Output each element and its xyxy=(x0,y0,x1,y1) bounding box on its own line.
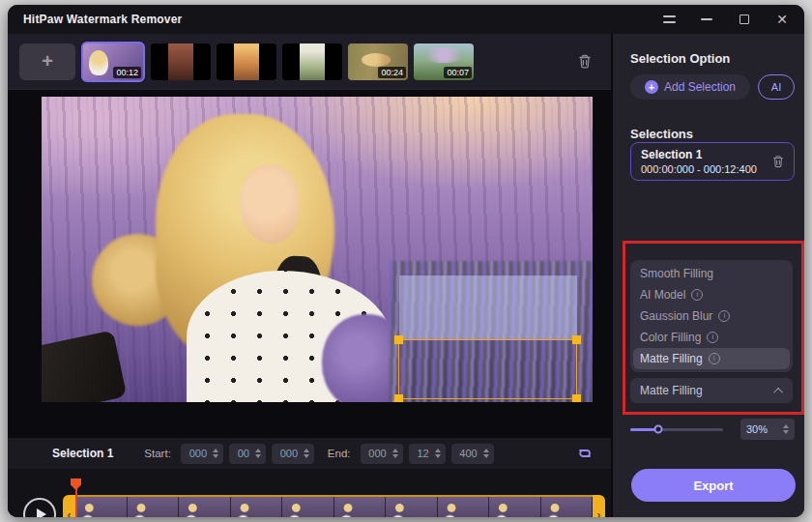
delete-video-button[interactable] xyxy=(570,47,599,76)
sync-icon xyxy=(576,446,594,461)
stepper-arrows[interactable] xyxy=(392,449,398,458)
start-seconds-input[interactable] xyxy=(234,448,253,459)
selection-card-range: 000:00:000 - 000:12:400 xyxy=(641,163,784,175)
end-seconds-input[interactable] xyxy=(414,448,433,459)
video-frame xyxy=(42,97,593,402)
add-video-button[interactable]: + xyxy=(19,44,75,80)
fill-mode-value: Matte Filling xyxy=(640,384,703,397)
option-color-filling[interactable]: Color Filling i xyxy=(630,327,793,348)
menu-icon[interactable] xyxy=(662,13,676,26)
selections-heading: Selections xyxy=(630,127,693,141)
opacity-slider-row: 30% xyxy=(630,419,795,440)
watermark-selection-box[interactable] xyxy=(398,339,577,399)
end-label: End: xyxy=(328,448,351,459)
close-icon[interactable]: ✕ xyxy=(775,13,789,26)
selection-buttons-row: + Add Selection AI xyxy=(630,74,795,100)
sync-selection-button[interactable] xyxy=(572,441,597,466)
start-minutes-input[interactable] xyxy=(186,448,211,459)
filmstrip-frame xyxy=(334,497,387,517)
selection-handle-top-left[interactable] xyxy=(394,335,403,344)
stepper-arrows[interactable] xyxy=(435,449,441,458)
option-ai-model[interactable]: AI Model i xyxy=(630,284,793,305)
main-area: + 00:12 00:24 00:07 xyxy=(8,34,613,517)
play-icon xyxy=(37,508,46,517)
video-thumbnail-5[interactable]: 00:24 xyxy=(348,44,408,80)
trash-icon xyxy=(771,155,785,169)
start-label: Start: xyxy=(144,448,170,459)
stepper-arrows[interactable] xyxy=(483,449,489,458)
option-smooth-filling[interactable]: Smooth Filling xyxy=(630,263,793,284)
end-seconds-field[interactable] xyxy=(409,444,446,464)
stepper-arrows[interactable] xyxy=(255,449,261,458)
option-gaussion-blur[interactable]: Gaussion Blur i xyxy=(630,305,793,327)
filmstrip-frame xyxy=(128,497,180,517)
end-minutes-field[interactable] xyxy=(361,444,403,464)
title-bar: HitPaw Watermark Remover ✕ xyxy=(8,5,804,34)
trim-handle-left[interactable]: ‹ xyxy=(63,495,75,517)
minimize-icon[interactable] xyxy=(700,13,713,26)
opacity-slider[interactable] xyxy=(630,428,723,431)
playhead-line[interactable] xyxy=(75,488,77,517)
sidebar: Selection Option + Add Selection AI Sele… xyxy=(613,34,804,517)
stepper-arrows[interactable] xyxy=(304,449,309,458)
info-icon[interactable]: i xyxy=(707,332,718,343)
selection-handle-bottom-left[interactable] xyxy=(394,394,403,402)
end-millis-field[interactable] xyxy=(451,444,494,464)
selection-card-name: Selection 1 xyxy=(641,148,784,161)
maximize-icon[interactable] xyxy=(738,13,751,26)
fill-options-dropdown-list: Smooth Filling AI Model i Gaussion Blur … xyxy=(630,260,793,372)
timeline-strip[interactable]: ‹ › xyxy=(63,495,605,517)
start-millis-field[interactable] xyxy=(272,444,314,464)
selection-handle-top-right[interactable] xyxy=(572,335,581,344)
play-button[interactable] xyxy=(23,498,56,517)
selection-handle-bottom-right[interactable] xyxy=(572,394,581,402)
video-thumbnail-1[interactable]: 00:12 xyxy=(81,42,145,82)
selection-option-heading: Selection Option xyxy=(630,51,730,66)
selection-card[interactable]: Selection 1 000:00:000 - 000:12:400 xyxy=(630,142,795,181)
option-matte-filling[interactable]: Matte Filling i xyxy=(633,348,790,369)
opacity-value-field[interactable]: 30% xyxy=(740,419,795,440)
duration-badge: 00:12 xyxy=(113,67,141,78)
add-selection-label: Add Selection xyxy=(664,80,736,94)
opacity-value: 30% xyxy=(746,423,768,435)
start-minutes-field[interactable] xyxy=(181,444,223,464)
time-controls-row: Selection 1 Start: End: xyxy=(8,437,611,469)
chevron-up-icon xyxy=(773,387,783,396)
filmstrip-frame xyxy=(489,497,541,517)
stepper-arrows[interactable] xyxy=(213,449,218,458)
add-selection-button[interactable]: + Add Selection xyxy=(630,74,750,100)
filmstrip-frame xyxy=(386,497,438,517)
video-thumbnail-4[interactable] xyxy=(282,44,342,80)
duration-badge: 00:24 xyxy=(378,67,406,78)
info-icon[interactable]: i xyxy=(718,310,730,322)
start-seconds-field[interactable] xyxy=(229,444,266,464)
fill-mode-dropdown[interactable]: Matte Filling xyxy=(630,378,793,403)
plus-icon: + xyxy=(645,80,658,94)
slider-knob[interactable] xyxy=(653,425,662,434)
filmstrip[interactable] xyxy=(75,495,593,517)
playhead-marker[interactable] xyxy=(71,478,81,490)
window-title: HitPaw Watermark Remover xyxy=(23,13,182,26)
trash-icon xyxy=(577,53,593,70)
end-minutes-input[interactable] xyxy=(365,448,391,459)
video-thumbnail-6[interactable]: 00:07 xyxy=(414,44,474,80)
woman-face xyxy=(240,164,300,244)
trim-handle-right[interactable]: › xyxy=(593,495,605,517)
matte-filling-preview-overlay xyxy=(399,276,577,339)
end-millis-input[interactable] xyxy=(456,448,481,459)
start-millis-input[interactable] xyxy=(276,448,302,459)
stepper-arrows[interactable] xyxy=(783,424,789,434)
video-thumbnail-2[interactable] xyxy=(151,44,211,80)
export-button[interactable]: Export xyxy=(631,469,796,502)
delete-selection-button[interactable] xyxy=(771,155,785,169)
ai-selection-button[interactable]: AI xyxy=(758,74,795,100)
info-icon[interactable]: i xyxy=(691,289,703,301)
video-thumbnail-3[interactable] xyxy=(217,44,276,80)
filmstrip-frame xyxy=(282,497,334,517)
video-preview-panel xyxy=(8,89,611,437)
app-window: HitPaw Watermark Remover ✕ + 00:12 00:24… xyxy=(8,5,804,517)
filmstrip-frame xyxy=(75,497,128,517)
info-icon[interactable]: i xyxy=(709,353,720,364)
timeline-panel: ‹ › xyxy=(8,469,611,517)
thumbnail-bar: + 00:12 00:24 00:07 xyxy=(8,34,611,89)
